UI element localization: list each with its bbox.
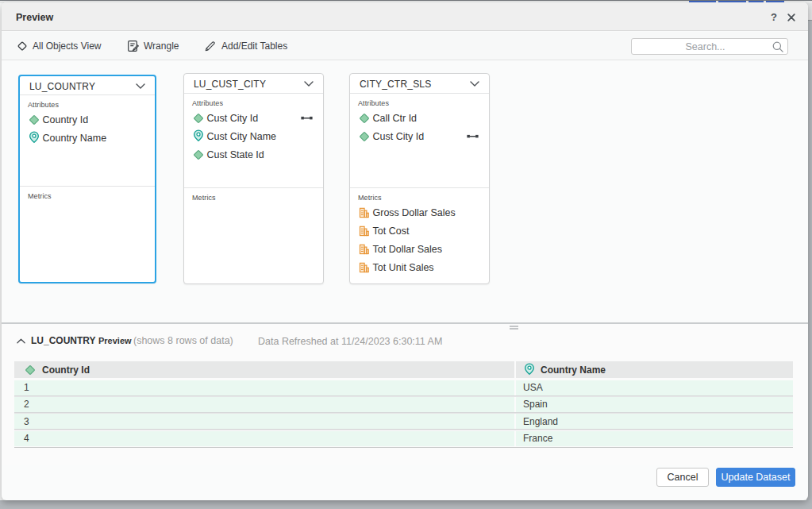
grid-cell: England [516, 414, 793, 429]
grid-cell: 3 [14, 414, 514, 429]
join-link-icon [467, 134, 479, 139]
attribute-label: Cust City Id [207, 113, 259, 124]
column-header-label: Country Name [541, 364, 606, 376]
preview-title: Preview [98, 336, 132, 345]
cancel-button[interactable]: Cancel [656, 468, 709, 487]
add-edit-tables-button[interactable]: Add/Edit Tables [204, 32, 287, 60]
card-metrics-section: Metrics [20, 187, 155, 202]
attribute-item[interactable]: Call Ctr Id [350, 109, 489, 127]
splitter-grip[interactable] [510, 326, 518, 327]
grid-header-row: Country Id Country Name [14, 361, 793, 378]
attribute-label: Cust City Id [373, 131, 425, 142]
dialog-titlebar: Preview ? [2, 2, 808, 31]
attribute-item[interactable]: Country Id [20, 110, 155, 129]
attribute-item[interactable]: Cust City Id [350, 127, 489, 145]
attribute-label: Cust State Id [207, 149, 264, 160]
help-button[interactable]: ? [766, 10, 782, 25]
metric-item[interactable]: Tot Cost [350, 222, 489, 240]
preview-subtitle: (shows 8 rows of data) [133, 335, 233, 346]
attribute-diamond-icon [29, 114, 40, 125]
attribute-diamond-icon [359, 131, 370, 142]
grid-cell: USA [516, 380, 793, 395]
chevron-down-icon[interactable] [304, 81, 314, 87]
metric-icon [359, 206, 370, 219]
close-button[interactable] [783, 10, 799, 25]
card-header: LU_CUST_CITY [184, 74, 323, 94]
magnifier-icon[interactable] [772, 40, 784, 53]
card-title: LU_COUNTRY [29, 81, 95, 92]
metric-icon [359, 243, 370, 256]
update-dataset-button[interactable]: Update Dataset [716, 468, 795, 487]
card-attributes-section: Attributes Call Ctr Id Cust City Id [350, 94, 489, 188]
preview-table-name: LU_COUNTRY [31, 335, 96, 346]
attribute-diamond-icon [193, 113, 204, 124]
metrics-label: Metrics [358, 194, 489, 202]
all-objects-view-button[interactable]: All Objects View [17, 32, 101, 60]
card-header: CITY_CTR_SLS [350, 74, 489, 94]
card-metrics-section: Metrics [184, 188, 323, 203]
card-title: CITY_CTR_SLS [360, 79, 431, 90]
card-attributes-section: Attributes Country Id Country Name [20, 95, 155, 187]
attribute-label: Call Ctr Id [373, 113, 418, 124]
wrangle-icon [127, 40, 140, 52]
metrics-label: Metrics [192, 194, 323, 202]
grid-row: 4 France [14, 431, 793, 446]
geo-pin-icon [29, 132, 40, 144]
pencil-icon [204, 40, 217, 52]
geo-pin-icon [193, 130, 204, 142]
preview-dialog: Preview ? All Objects View Wrangle Add/E… [2, 2, 808, 500]
card-metrics-section: Metrics Gross Dollar Sales Tot Cost Tot … [350, 188, 489, 276]
attributes-label: Attributes [358, 99, 489, 107]
metric-item[interactable]: Tot Dollar Sales [350, 240, 489, 258]
grid-bottom-border [14, 447, 793, 448]
join-link-icon [301, 116, 313, 121]
grid-cell: 4 [14, 431, 514, 446]
preview-grid: Country Id Country Name 1 USA 2 Spain 3 … [14, 361, 793, 448]
attribute-diamond-icon [193, 149, 204, 160]
metric-item[interactable]: Gross Dollar Sales [350, 203, 489, 222]
dialog-title: Preview [16, 12, 53, 23]
search-input[interactable] [632, 39, 779, 54]
add-edit-tables-label: Add/Edit Tables [221, 40, 287, 52]
attribute-label: Cust City Name [207, 131, 277, 142]
attribute-item[interactable]: Country Name [20, 129, 155, 147]
data-refreshed-text: Data Refreshed at 11/24/2023 6:30:11 AM [258, 336, 442, 347]
table-card-lu-cust-city[interactable]: LU_CUST_CITY Attributes Cust City Id Cus… [183, 73, 324, 284]
card-title: LU_CUST_CITY [194, 79, 266, 90]
attribute-item[interactable]: Cust City Id [184, 109, 323, 127]
tables-canvas: LU_COUNTRY Attributes Country Id Country… [2, 60, 808, 322]
attributes-label: Attributes [28, 101, 155, 109]
grid-row: 2 Spain [14, 397, 793, 412]
grid-cell: France [516, 431, 793, 446]
metric-label: Gross Dollar Sales [373, 207, 456, 218]
card-header: LU_COUNTRY [20, 76, 155, 95]
grid-header-country-id[interactable]: Country Id [14, 361, 514, 378]
collapse-chevron-up-icon[interactable] [17, 338, 25, 344]
grid-cell: 1 [14, 380, 514, 395]
splitter-grip[interactable] [510, 328, 518, 330]
table-card-lu-country[interactable]: LU_COUNTRY Attributes Country Id Country… [18, 75, 156, 283]
metric-icon [359, 261, 370, 274]
attribute-item[interactable]: Cust City Name [184, 127, 323, 145]
attribute-label: Country Id [43, 114, 89, 125]
metric-icon [359, 225, 370, 237]
metrics-label: Metrics [28, 192, 155, 200]
all-objects-view-label: All Objects View [33, 40, 101, 52]
close-icon [787, 13, 795, 21]
metric-item[interactable]: Tot Unit Sales [350, 258, 489, 276]
wrangle-label: Wrangle [144, 40, 179, 52]
chevron-down-icon[interactable] [470, 81, 479, 87]
background-bottom-band [0, 500, 812, 509]
chevron-down-icon[interactable] [136, 83, 145, 89]
attribute-diamond-icon [359, 113, 370, 124]
table-card-city-ctr-sls[interactable]: CITY_CTR_SLS Attributes Call Ctr Id Cust… [349, 73, 490, 284]
attribute-item[interactable]: Cust State Id [184, 145, 323, 164]
diamond-outline-icon [17, 40, 28, 52]
attribute-label: Country Name [43, 133, 107, 144]
metric-label: Tot Dollar Sales [373, 244, 443, 255]
preview-panel-header: LU_COUNTRY Preview (shows 8 rows of data… [2, 335, 808, 348]
grid-header-country-name[interactable]: Country Name [516, 361, 793, 378]
column-header-label: Country Id [42, 364, 90, 376]
wrangle-button[interactable]: Wrangle [127, 32, 179, 60]
attribute-diamond-icon [25, 364, 36, 376]
